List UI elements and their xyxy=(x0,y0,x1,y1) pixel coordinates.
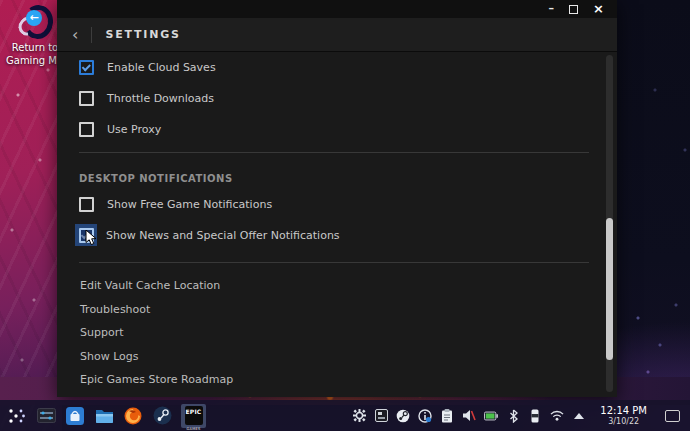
section-divider xyxy=(79,262,589,263)
discover-store-icon[interactable] xyxy=(65,406,85,426)
link-troubleshoot[interactable]: Troubleshoot xyxy=(80,303,150,316)
checkbox-throttle-downloads[interactable] xyxy=(79,91,94,106)
taskbar: EPIC GAMES xyxy=(0,400,690,431)
firefox-icon[interactable] xyxy=(123,406,143,426)
setting-label: Throttle Downloads xyxy=(107,92,214,105)
setting-label: Enable Cloud Saves xyxy=(107,61,216,74)
epic-games-icon: EPIC GAMES xyxy=(185,406,203,425)
clock-date: 3/10/22 xyxy=(600,418,647,426)
setting-row-cloud-saves[interactable]: Enable Cloud Saves xyxy=(79,58,216,76)
controller-settings-icon[interactable] xyxy=(352,409,366,423)
setting-label: Show News and Special Offer Notification… xyxy=(106,229,340,242)
scrollbar-track[interactable] xyxy=(606,55,613,392)
info-circle-icon[interactable] xyxy=(418,409,432,423)
section-title-desktop-notifications: DESKTOP NOTIFICATIONS xyxy=(79,173,233,184)
link-show-logs[interactable]: Show Logs xyxy=(80,350,139,363)
usb-device-icon[interactable] xyxy=(528,409,542,423)
taskbar-active-task-epic-games[interactable]: EPIC GAMES xyxy=(181,404,206,428)
system-tray xyxy=(352,409,586,423)
clock-time: 12:14 PM xyxy=(600,406,647,416)
show-desktop-button[interactable] xyxy=(665,410,680,422)
back-button[interactable]: ‹ xyxy=(72,28,78,42)
shortcut-return-to-gaming-mode[interactable]: ← Return to Gaming Mod xyxy=(6,2,64,67)
tray-expand-icon[interactable] xyxy=(572,409,586,423)
maximize-button[interactable] xyxy=(569,5,578,14)
minimize-button[interactable]: – xyxy=(549,5,555,13)
audio-muted-icon[interactable] xyxy=(462,409,476,423)
checkbox-enable-cloud-saves[interactable] xyxy=(79,60,94,75)
system-settings-icon[interactable] xyxy=(36,406,56,426)
shortcut-label-line1: Return to xyxy=(6,41,64,54)
checkbox-use-proxy[interactable] xyxy=(79,122,94,137)
setting-label: Show Free Game Notifications xyxy=(107,198,272,211)
header-divider xyxy=(91,27,92,43)
setting-label: Use Proxy xyxy=(107,123,161,136)
checkbox-show-free-game-notifications[interactable] xyxy=(79,197,94,212)
file-manager-icon[interactable] xyxy=(94,406,114,426)
shortcut-label-line2: Gaming Mod xyxy=(6,54,64,67)
steam-tray-icon[interactable] xyxy=(396,409,410,423)
scrollbar-thumb[interactable] xyxy=(606,218,613,360)
steam-icon[interactable] xyxy=(152,406,172,426)
link-edit-vault-cache-location[interactable]: Edit Vault Cache Location xyxy=(80,279,220,292)
battery-icon[interactable] xyxy=(484,409,498,423)
epic-settings-window: – × ‹ SETTINGS Enable Cloud Saves Thrott… xyxy=(57,0,617,397)
setting-row-news-offer-notifications[interactable]: Show News and Special Offer Notification… xyxy=(79,226,340,244)
checkmark-icon xyxy=(81,62,90,71)
bluetooth-icon[interactable] xyxy=(506,409,520,423)
link-support[interactable]: Support xyxy=(80,326,123,339)
taskbar-clock[interactable]: 12:14 PM 3/10/22 xyxy=(600,406,647,426)
setting-row-free-game-notifications[interactable]: Show Free Game Notifications xyxy=(79,195,272,213)
close-button[interactable]: × xyxy=(593,3,604,15)
screen-layout-icon[interactable] xyxy=(374,409,388,423)
section-divider xyxy=(79,152,589,153)
settings-header: ‹ SETTINGS xyxy=(57,18,617,52)
link-epic-games-store-roadmap[interactable]: Epic Games Store Roadmap xyxy=(80,373,233,386)
wifi-icon[interactable] xyxy=(550,409,564,423)
app-launcher-icon[interactable] xyxy=(7,406,27,426)
desktop: ← Return to Gaming Mod – × ‹ SETTINGS En… xyxy=(0,0,690,431)
return-to-gaming-mode-icon: ← xyxy=(18,2,52,38)
settings-content: Enable Cloud Saves Throttle Downloads Us… xyxy=(57,52,617,397)
setting-row-throttle-downloads[interactable]: Throttle Downloads xyxy=(79,89,214,107)
window-titlebar[interactable]: – × xyxy=(57,0,617,18)
setting-row-use-proxy[interactable]: Use Proxy xyxy=(79,120,161,138)
left-arrow-icon: ← xyxy=(26,10,42,26)
mouse-cursor xyxy=(85,230,100,251)
clipboard-icon[interactable] xyxy=(440,409,454,423)
page-title: SETTINGS xyxy=(105,28,180,41)
